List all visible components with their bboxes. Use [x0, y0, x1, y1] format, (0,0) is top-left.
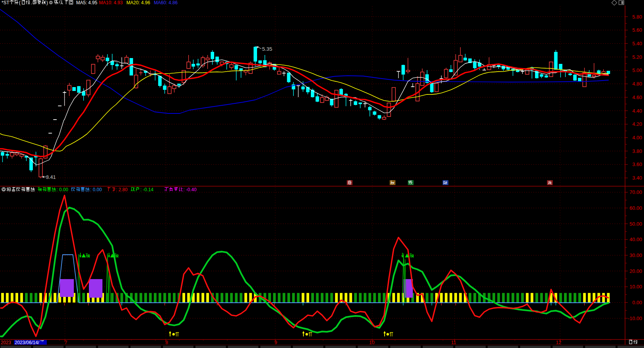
svg-text:2023: 2023 [1, 340, 11, 345]
svg-text:4.40: 4.40 [632, 108, 642, 114]
svg-text:5.80: 5.80 [632, 14, 642, 20]
svg-text:40.00: 40.00 [629, 237, 642, 242]
svg-text:5.35: 5.35 [262, 46, 272, 52]
svg-text:3.40: 3.40 [632, 175, 642, 181]
svg-text:MA60: 4.86: MA60: 4.86 [154, 0, 178, 5]
svg-text:MA10: 4.93: MA10: 4.93 [99, 0, 123, 5]
svg-text:7: 7 [65, 340, 67, 345]
svg-text:3.80: 3.80 [632, 148, 642, 154]
svg-text:): ) [46, 0, 48, 5]
svg-text:8: 8 [165, 340, 168, 345]
svg-text:5.00: 5.00 [632, 67, 642, 73]
svg-text:11: 11 [451, 340, 456, 345]
svg-text:: 0.00: : 0.00 [90, 187, 102, 192]
svg-text:*ST: *ST [2, 0, 10, 5]
svg-text:: 2.80: : 2.80 [116, 187, 128, 192]
svg-text:70.00: 70.00 [629, 189, 642, 195]
svg-text:5.60: 5.60 [632, 27, 642, 33]
svg-text:5.40: 5.40 [632, 41, 642, 46]
svg-text:12: 12 [556, 340, 561, 345]
svg-text:2023/06/14/: 2023/06/14/ [15, 340, 39, 345]
svg-text:20.00: 20.00 [629, 268, 642, 274]
svg-text:9: 9 [274, 340, 277, 345]
svg-text:30.00: 30.00 [629, 252, 642, 258]
svg-text:10.00: 10.00 [629, 284, 642, 290]
svg-text:MA20: 4.96: MA20: 4.96 [126, 0, 150, 5]
svg-text:3.60: 3.60 [632, 161, 642, 167]
svg-text:.: . [31, 0, 32, 5]
svg-text:3.41: 3.41 [46, 174, 56, 180]
svg-text:10: 10 [369, 340, 375, 345]
svg-text:4.00: 4.00 [632, 135, 642, 141]
svg-text:50.00: 50.00 [629, 221, 642, 227]
svg-text:4.20: 4.20 [632, 121, 642, 127]
svg-text:: 0.00: : 0.00 [56, 187, 68, 192]
svg-text:0.00: 0.00 [632, 300, 642, 305]
svg-text:: -0.40: : -0.40 [183, 187, 196, 192]
svg-text:: -0.14: : -0.14 [140, 187, 153, 192]
svg-text:(: ( [19, 0, 20, 5]
svg-text:60.00: 60.00 [629, 205, 642, 211]
svg-text:MA5: 4.95: MA5: 4.95 [76, 0, 97, 5]
svg-text:4.60: 4.60 [632, 94, 642, 100]
svg-text:4.80: 4.80 [632, 81, 642, 87]
svg-text:-10.00: -10.00 [628, 315, 642, 321]
svg-text:5.20: 5.20 [632, 54, 642, 60]
